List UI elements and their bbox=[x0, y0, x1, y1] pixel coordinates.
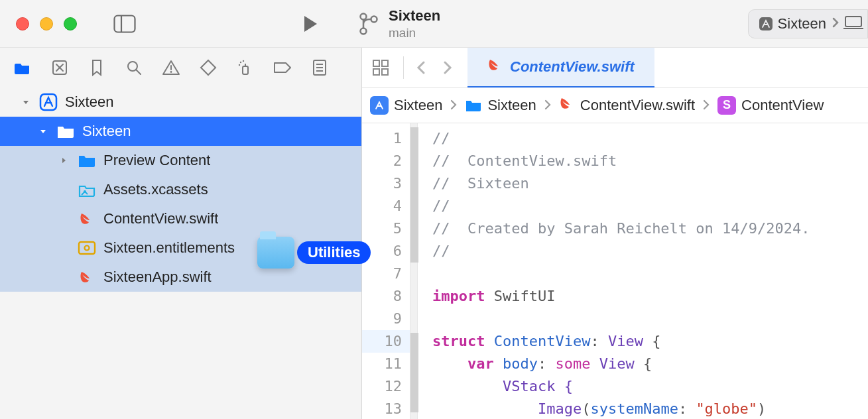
struct-icon: S bbox=[717, 96, 736, 115]
folder-fill-icon bbox=[14, 59, 31, 76]
tree-project-root[interactable]: Sixteen bbox=[0, 88, 361, 117]
jump-bar[interactable]: Sixteen Sixteen ContentView.swift S Cont… bbox=[362, 88, 868, 123]
close-window-button[interactable] bbox=[16, 17, 29, 30]
line-number-gutter: 1 2 3 4 5 6 7 8 9 10 11 12 13 bbox=[362, 123, 410, 419]
search-icon bbox=[126, 60, 142, 76]
tests-navigator-tab[interactable] bbox=[194, 53, 223, 82]
tree-item-preview-content[interactable]: Preview Content bbox=[0, 146, 361, 175]
editor-tab-bar: ContentView.swift bbox=[362, 48, 868, 88]
chevron-left-icon bbox=[416, 60, 426, 76]
svg-point-17 bbox=[239, 64, 240, 66]
svg-rect-29 bbox=[382, 69, 388, 75]
fullscreen-window-button[interactable] bbox=[64, 17, 77, 30]
sidebar-left-icon bbox=[113, 15, 136, 33]
tree-item-assets[interactable]: Assets.xcassets bbox=[0, 175, 361, 204]
tree-item-label: Assets.xcassets bbox=[103, 181, 208, 198]
folder-icon bbox=[56, 123, 76, 139]
branch-label[interactable]: main bbox=[389, 26, 440, 40]
chevron-right-icon bbox=[446, 97, 461, 114]
window-controls bbox=[16, 17, 77, 30]
swift-file-icon bbox=[77, 211, 97, 227]
separator bbox=[403, 56, 404, 79]
entitlements-icon bbox=[77, 241, 97, 255]
svg-rect-28 bbox=[373, 69, 379, 75]
editor-file-tab[interactable]: ContentView.swift bbox=[467, 48, 654, 88]
chevron-right-icon bbox=[442, 60, 453, 76]
svg-line-10 bbox=[136, 70, 141, 74]
window-titlebar: Sixteen main Sixteen bbox=[0, 0, 868, 48]
project-title-area: Sixteen main bbox=[358, 7, 440, 40]
disclosure-triangle-icon[interactable] bbox=[20, 97, 32, 107]
debug-navigator-tab[interactable] bbox=[231, 53, 260, 82]
svg-point-12 bbox=[170, 71, 172, 73]
svg-point-25 bbox=[85, 246, 90, 251]
toggle-navigator-button[interactable] bbox=[111, 11, 138, 37]
tree-item-label: Preview Content bbox=[103, 152, 210, 169]
related-items-button[interactable] bbox=[362, 48, 399, 88]
chevron-right-icon bbox=[832, 17, 839, 31]
swift-file-icon bbox=[559, 96, 575, 115]
tree-item-label: SixteenApp.swift bbox=[103, 269, 212, 286]
tree-item-appfile[interactable]: SixteenApp.swift bbox=[0, 263, 361, 292]
editor-tab-label: ContentView.swift bbox=[510, 58, 635, 76]
svg-point-4 bbox=[371, 16, 377, 22]
nav-forward-button[interactable] bbox=[434, 60, 461, 76]
breakpoint-icon bbox=[273, 61, 292, 74]
svg-rect-24 bbox=[79, 242, 95, 254]
svg-point-2 bbox=[361, 13, 367, 19]
issues-navigator-tab[interactable] bbox=[156, 53, 186, 82]
scheme-selector[interactable]: Sixteen bbox=[748, 9, 868, 38]
project-navigator-tab[interactable] bbox=[8, 53, 37, 82]
assets-icon bbox=[77, 182, 97, 198]
run-destination-icon bbox=[843, 15, 863, 32]
run-button[interactable] bbox=[297, 11, 324, 37]
svg-rect-27 bbox=[382, 60, 388, 66]
jumpbar-segment-folder[interactable]: Sixteen bbox=[465, 97, 536, 114]
disclosure-triangle-icon[interactable] bbox=[37, 127, 49, 136]
disclosure-triangle-icon[interactable] bbox=[57, 156, 70, 165]
tree-item-label: ContentView.swift bbox=[103, 210, 218, 227]
folder-icon bbox=[77, 152, 97, 168]
tree-group-folder[interactable]: Sixteen bbox=[0, 117, 361, 146]
editor-area: ContentView.swift Sixteen Sixteen Conten… bbox=[362, 48, 868, 419]
project-name-label[interactable]: Sixteen bbox=[389, 7, 440, 25]
navigator-panel: Sixteen Sixteen Preview Content bbox=[0, 48, 362, 419]
jumpbar-segment-project[interactable]: Sixteen bbox=[370, 96, 442, 115]
list-icon bbox=[312, 59, 327, 76]
app-icon bbox=[758, 16, 774, 32]
svg-point-16 bbox=[243, 60, 244, 62]
find-navigator-tab[interactable] bbox=[119, 53, 149, 82]
jumpbar-segment-file[interactable]: ContentView.swift bbox=[559, 96, 695, 115]
reports-navigator-tab[interactable] bbox=[305, 53, 334, 82]
navigator-tab-bar bbox=[0, 48, 361, 88]
svg-rect-26 bbox=[373, 60, 379, 66]
grid-icon bbox=[372, 59, 389, 76]
code-text[interactable]: // // ContentView.swift // Sixteen // //… bbox=[418, 123, 868, 419]
swift-file-icon bbox=[77, 269, 97, 285]
swift-file-icon bbox=[487, 58, 503, 76]
breakpoints-navigator-tab[interactable] bbox=[268, 53, 297, 82]
source-editor[interactable]: 1 2 3 4 5 6 7 8 9 10 11 12 13 // // Cont… bbox=[362, 123, 868, 419]
svg-point-3 bbox=[361, 28, 367, 34]
tree-item-contentview[interactable]: ContentView.swift bbox=[0, 204, 361, 233]
source-control-navigator-tab[interactable] bbox=[45, 53, 74, 82]
play-icon bbox=[302, 15, 318, 33]
minimize-window-button[interactable] bbox=[40, 17, 53, 30]
project-icon bbox=[38, 93, 58, 111]
square-x-icon bbox=[52, 60, 68, 76]
svg-point-15 bbox=[240, 62, 241, 63]
svg-rect-6 bbox=[845, 17, 861, 27]
chevron-right-icon bbox=[699, 97, 713, 114]
diamond-icon bbox=[200, 59, 217, 76]
bookmarks-navigator-tab[interactable] bbox=[82, 53, 111, 82]
project-tree[interactable]: Sixteen Sixteen Preview Content bbox=[0, 88, 361, 292]
svg-rect-0 bbox=[115, 15, 135, 32]
tree-item-entitlements[interactable]: Sixteen.entitlements bbox=[0, 233, 361, 263]
chevron-right-icon bbox=[540, 97, 555, 114]
jumpbar-segment-symbol[interactable]: S ContentView bbox=[717, 96, 824, 115]
branch-icon bbox=[358, 11, 378, 36]
fold-ribbon[interactable] bbox=[410, 123, 418, 419]
nav-back-button[interactable] bbox=[408, 60, 434, 76]
scheme-label: Sixteen bbox=[778, 15, 826, 32]
app-icon bbox=[370, 96, 389, 115]
